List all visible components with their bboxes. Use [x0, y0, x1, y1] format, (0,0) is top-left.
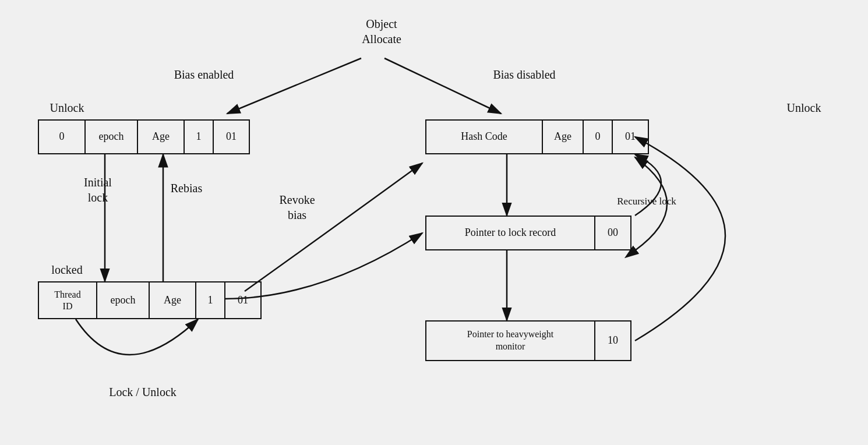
unlock-right-label: Unlock [775, 100, 833, 115]
top-right-row: Hash Code Age 0 01 [425, 119, 649, 154]
object-allocate-label: ObjectAllocate [344, 16, 419, 47]
recursive-lock-label: Recursive lock [600, 195, 693, 208]
unlock-left-label: Unlock [38, 100, 96, 115]
bias-disabled-label: Bias disabled [466, 67, 583, 82]
cell-ptr-monitor: Pointer to heavyweightmonitor [426, 322, 595, 360]
cell-01: 01 [214, 121, 249, 153]
revoke-bias-label: Revokebias [268, 192, 326, 223]
cell-012: 01 [225, 282, 260, 318]
cell-ptr-lock: Pointer to lock record [426, 217, 595, 249]
cell-age2: Age [150, 282, 196, 318]
cell-12: 1 [196, 282, 225, 318]
cell-0-r: 0 [584, 121, 613, 153]
cell-age: Age [138, 121, 185, 153]
cell-10: 10 [595, 322, 630, 360]
cell-00: 00 [595, 217, 630, 249]
top-left-row: 0 epoch Age 1 01 [38, 119, 250, 154]
diagram: ObjectAllocate Bias enabled Bias disable… [0, 0, 868, 445]
bottom-left-row: ThreadID epoch Age 1 01 [38, 281, 262, 319]
cell-0: 0 [39, 121, 86, 153]
bias-enabled-label: Bias enabled [157, 67, 250, 82]
cell-01-r: 01 [613, 121, 648, 153]
initial-lock-label: Initiallock [69, 175, 127, 205]
cell-1: 1 [185, 121, 214, 153]
cell-age-r: Age [543, 121, 584, 153]
cell-thread-id: ThreadID [39, 282, 97, 318]
lock-unlock-label: Lock / Unlock [90, 384, 195, 400]
cell-epoch: epoch [86, 121, 138, 153]
rebias-label: Rebias [163, 181, 210, 196]
cell-epoch2: epoch [97, 282, 150, 318]
cell-hash-code: Hash Code [426, 121, 543, 153]
locked-label: locked [38, 262, 96, 277]
bottom-right-row: Pointer to heavyweightmonitor 10 [425, 320, 631, 361]
middle-right-row: Pointer to lock record 00 [425, 216, 631, 250]
